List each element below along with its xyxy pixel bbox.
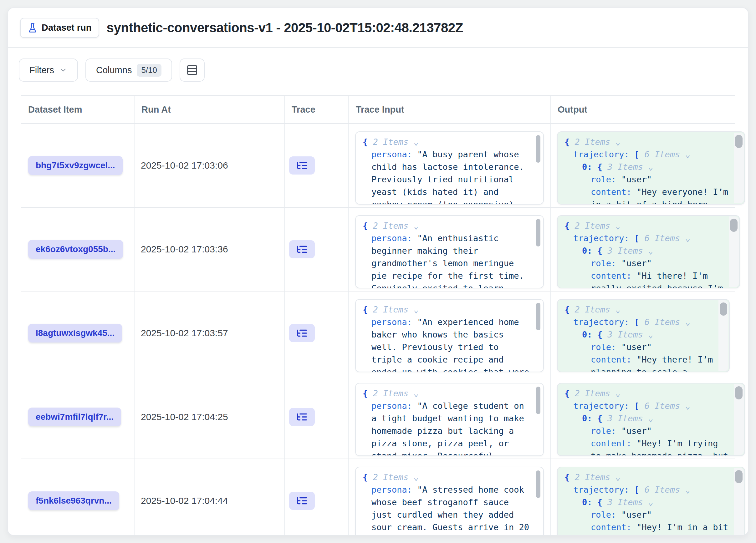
- trace-input-card[interactable]: { 2 Items ⌄persona: "An enthusiasticbegi…: [355, 215, 544, 288]
- scrollbar-track[interactable]: [729, 217, 739, 287]
- trace-input-cell: { 2 Items ⌄persona: "A college student o…: [348, 375, 550, 458]
- scrollbar-track[interactable]: [718, 300, 728, 371]
- run-at-value: 2025-10-02 17:04:44: [141, 495, 228, 506]
- trace-input-json: { 2 Items ⌄persona: "A stressed home coo…: [363, 471, 529, 535]
- output-card[interactable]: { 2 Items ⌄trajectory: [ 6 Items ⌄0: { 3…: [557, 299, 730, 372]
- trace-input-card[interactable]: { 2 Items ⌄persona: "A busy parent whose…: [355, 131, 544, 205]
- column-header-output: Output: [550, 96, 735, 123]
- run-at-cell: 2025-10-02 17:03:36: [134, 208, 284, 291]
- run-at-cell: 2025-10-02 17:04:25: [134, 375, 284, 458]
- dataset-item-badge[interactable]: f5nk6lse963qrvn...: [28, 491, 119, 510]
- dataset-item-badge[interactable]: eebwi7mfil7lqlf7r...: [28, 407, 121, 426]
- trace-button[interactable]: [289, 324, 315, 342]
- scrollbar-thumb[interactable]: [536, 219, 540, 247]
- trace-cell: [284, 459, 348, 535]
- scrollbar-thumb[interactable]: [730, 219, 738, 232]
- table-row: eebwi7mfil7lqlf7r... 2025-10-02 17:04:25…: [21, 375, 735, 459]
- toolbar: Filters Columns 5/10: [8, 48, 748, 89]
- list-tree-icon: [296, 327, 308, 339]
- chevron-down-icon: [59, 66, 67, 74]
- columns-button[interactable]: Columns 5/10: [85, 59, 172, 82]
- scrollbar-thumb[interactable]: [536, 135, 540, 163]
- dataset-run-badge: Dataset run: [20, 18, 99, 38]
- trace-input-card[interactable]: { 2 Items ⌄persona: "A college student o…: [355, 383, 544, 456]
- list-tree-icon: [296, 411, 308, 423]
- trace-input-card[interactable]: { 2 Items ⌄persona: "An experienced home…: [355, 299, 544, 372]
- column-header-dataset-item: Dataset Item: [21, 96, 134, 123]
- scrollbar-thumb[interactable]: [735, 135, 743, 148]
- run-at-value: 2025-10-02 17:04:25: [141, 412, 228, 422]
- run-at-value: 2025-10-02 17:03:36: [141, 244, 228, 255]
- output-cell: { 2 Items ⌄trajectory: [ 6 Items ⌄0: { 3…: [550, 208, 746, 291]
- trace-input-json: { 2 Items ⌄persona: "A college student o…: [363, 387, 529, 456]
- filters-button[interactable]: Filters: [19, 59, 78, 82]
- trace-button[interactable]: [289, 156, 315, 175]
- output-cell: { 2 Items ⌄trajectory: [ 6 Items ⌄0: { 3…: [550, 375, 748, 458]
- table-row: ek6oz6vtoxg055b... 2025-10-02 17:03:36 {…: [21, 208, 735, 291]
- dataset-item-badge[interactable]: bhg7t5xv9zgwcel...: [28, 156, 123, 175]
- table-row: f5nk6lse963qrvn... 2025-10-02 17:04:44 {…: [21, 459, 735, 535]
- scrollbar-thumb[interactable]: [536, 470, 540, 498]
- dataset-run-badge-label: Dataset run: [42, 23, 92, 33]
- output-card[interactable]: { 2 Items ⌄trajectory: [ 6 Items ⌄0: { 3…: [557, 467, 745, 535]
- flask-icon: [28, 23, 38, 33]
- scrollbar-thumb[interactable]: [735, 386, 743, 399]
- trace-cell: [284, 208, 348, 291]
- dataset-item-cell: l8agtuwxisgwk45...: [21, 291, 134, 375]
- scrollbar-thumb[interactable]: [720, 302, 727, 315]
- trace-input-json: { 2 Items ⌄persona: "A busy parent whose…: [363, 136, 529, 205]
- dataset-run-panel: Dataset run synthetic-conversations-v1 -…: [8, 8, 748, 535]
- scrollbar-thumb[interactable]: [536, 303, 540, 330]
- dataset-item-cell: ek6oz6vtoxg055b...: [21, 208, 134, 291]
- run-at-cell: 2025-10-02 17:03:06: [134, 124, 284, 207]
- table-row: l8agtuwxisgwk45... 2025-10-02 17:03:57 {…: [21, 291, 735, 375]
- scrollbar-track[interactable]: [734, 133, 744, 203]
- output-json: { 2 Items ⌄trajectory: [ 6 Items ⌄0: { 3…: [564, 471, 728, 535]
- output-json: { 2 Items ⌄trajectory: [ 6 Items ⌄0: { 3…: [564, 303, 713, 372]
- scrollbar-thumb[interactable]: [735, 470, 743, 483]
- trace-input-json: { 2 Items ⌄persona: "An enthusiasticbegi…: [363, 220, 529, 288]
- trace-button[interactable]: [289, 408, 315, 426]
- list-tree-icon: [296, 160, 308, 172]
- list-tree-icon: [296, 495, 308, 507]
- page-header: Dataset run synthetic-conversations-v1 -…: [8, 8, 748, 48]
- scrollbar-track[interactable]: [734, 384, 744, 455]
- run-at-cell: 2025-10-02 17:03:57: [134, 291, 284, 375]
- run-at-value: 2025-10-02 17:03:06: [141, 160, 228, 171]
- trace-button[interactable]: [289, 492, 315, 510]
- output-card[interactable]: { 2 Items ⌄trajectory: [ 6 Items ⌄0: { 3…: [557, 383, 745, 456]
- page-title: synthetic-conversations-v1 - 2025-10-02T…: [107, 20, 463, 35]
- dataset-item-cell: f5nk6lse963qrvn...: [21, 459, 134, 535]
- trace-input-card[interactable]: { 2 Items ⌄persona: "A stressed home coo…: [355, 467, 544, 535]
- table-row: bhg7t5xv9zgwcel... 2025-10-02 17:03:06 {…: [21, 124, 735, 208]
- rows-icon: [186, 64, 198, 76]
- trace-cell: [284, 375, 348, 458]
- dataset-item-cell: eebwi7mfil7lqlf7r...: [21, 375, 134, 458]
- dataset-run-table: Dataset Item Run At Trace Trace Input Ou…: [21, 95, 735, 535]
- trace-cell: [284, 291, 348, 375]
- output-cell: { 2 Items ⌄trajectory: [ 6 Items ⌄0: { 3…: [550, 291, 736, 375]
- columns-button-label: Columns: [96, 65, 132, 75]
- trace-button[interactable]: [289, 240, 315, 259]
- trace-cell: [284, 124, 348, 207]
- column-header-trace-input: Trace Input: [348, 96, 550, 123]
- run-at-value: 2025-10-02 17:03:57: [141, 328, 228, 338]
- scrollbar-track[interactable]: [734, 468, 744, 535]
- output-json: { 2 Items ⌄trajectory: [ 6 Items ⌄0: { 3…: [564, 220, 723, 288]
- dataset-item-badge[interactable]: ek6oz6vtoxg055b...: [28, 240, 123, 259]
- table-body: bhg7t5xv9zgwcel... 2025-10-02 17:03:06 {…: [21, 124, 735, 535]
- output-card[interactable]: { 2 Items ⌄trajectory: [ 6 Items ⌄0: { 3…: [557, 131, 745, 205]
- run-at-cell: 2025-10-02 17:04:44: [134, 459, 284, 535]
- row-height-button[interactable]: [180, 59, 205, 82]
- output-cell: { 2 Items ⌄trajectory: [ 6 Items ⌄0: { 3…: [550, 459, 748, 535]
- output-card[interactable]: { 2 Items ⌄trajectory: [ 6 Items ⌄0: { 3…: [557, 215, 740, 288]
- scrollbar-thumb[interactable]: [536, 387, 540, 414]
- table-header-row: Dataset Item Run At Trace Trace Input Ou…: [21, 96, 735, 124]
- output-cell: { 2 Items ⌄trajectory: [ 6 Items ⌄0: { 3…: [550, 124, 748, 207]
- trace-input-cell: { 2 Items ⌄persona: "An enthusiasticbegi…: [348, 208, 550, 291]
- dataset-item-badge[interactable]: l8agtuwxisgwk45...: [28, 324, 122, 342]
- trace-input-json: { 2 Items ⌄persona: "An experienced home…: [363, 303, 529, 372]
- output-json: { 2 Items ⌄trajectory: [ 6 Items ⌄0: { 3…: [564, 387, 728, 456]
- columns-count-badge: 5/10: [137, 64, 161, 77]
- dataset-item-cell: bhg7t5xv9zgwcel...: [21, 124, 134, 207]
